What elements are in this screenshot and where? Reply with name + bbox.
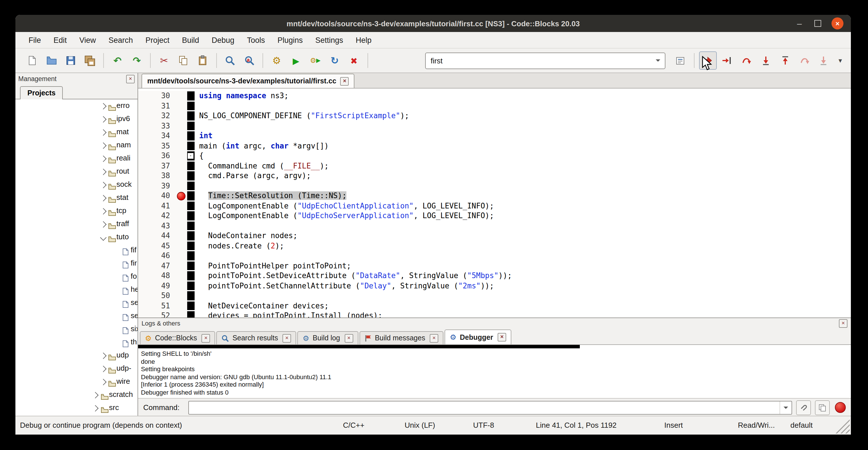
paste-button[interactable] [194, 51, 212, 70]
menu-item-debug[interactable]: Debug [206, 34, 241, 46]
tree-item-tuto[interactable]: tuto [16, 231, 137, 244]
expand-chevron-icon[interactable] [100, 143, 107, 149]
menu-item-edit[interactable]: Edit [48, 34, 73, 46]
run-button[interactable]: ▶ [287, 51, 305, 70]
code-line-39[interactable]: 39 [138, 181, 851, 191]
tree-item-reali[interactable]: reali [16, 152, 137, 165]
code-line-37[interactable]: 37 CommandLine cmd (__FILE__); [138, 161, 851, 171]
tree-item-mat[interactable]: mat [16, 126, 137, 139]
code-line-30[interactable]: 30using namespace ns3; [138, 91, 851, 101]
code-line-32[interactable]: 32NS_LOG_COMPONENT_DEFINE ("FirstScriptE… [138, 111, 851, 121]
expand-chevron-icon[interactable] [100, 103, 107, 110]
expand-chevron-icon[interactable] [100, 169, 107, 175]
next-instruction-button[interactable] [796, 51, 813, 70]
menu-item-tools[interactable]: Tools [241, 34, 271, 46]
code-line-41[interactable]: 41 LogComponentEnable ("UdpEchoClientApp… [138, 201, 851, 211]
abort-build-button[interactable]: ✖ [345, 51, 363, 70]
tree-item-se[interactable]: se [16, 296, 137, 309]
menu-item-plugins[interactable]: Plugins [271, 34, 309, 46]
code-line-45[interactable]: 45 nodes.Create (2); [138, 241, 851, 251]
find-button[interactable] [221, 51, 239, 70]
editor-tab-first-cc[interactable]: mnt/dev/tools/source/ns-3-dev/examples/t… [142, 74, 355, 88]
logs-tab-search-results[interactable]: Search results [217, 331, 297, 344]
close-icon[interactable] [345, 334, 353, 342]
expand-chevron-icon[interactable] [100, 221, 107, 228]
menu-item-settings[interactable]: Settings [309, 34, 349, 46]
expand-chevron-icon[interactable] [92, 392, 99, 399]
tree-item-udp[interactable]: udp- [16, 362, 137, 375]
project-tree[interactable]: erroipv6matnamrealiroutsockstattcptrafft… [16, 99, 137, 416]
replace-button[interactable]: a [241, 51, 258, 70]
command-attach-button[interactable] [796, 400, 811, 415]
tree-item-fif[interactable]: fif [16, 244, 137, 257]
save-all-button[interactable] [81, 51, 99, 70]
menu-item-project[interactable]: Project [139, 34, 176, 46]
expand-chevron-icon[interactable] [100, 379, 107, 386]
cut-button[interactable]: ✂ [155, 51, 173, 70]
code-line-38[interactable]: 38 cmd.Parse (argc, argv); [138, 171, 851, 181]
chevron-down-icon[interactable] [779, 401, 792, 414]
code-line-47[interactable]: 47 PointToPointHelper pointToPoint; [138, 261, 851, 271]
expand-chevron-icon[interactable] [100, 182, 107, 188]
expand-chevron-icon[interactable] [100, 156, 107, 162]
tree-item-udp[interactable]: udp [16, 349, 137, 362]
menu-item-help[interactable]: Help [349, 34, 378, 46]
undo-button[interactable]: ↶ [109, 51, 126, 70]
expand-chevron-icon[interactable] [100, 353, 107, 359]
expand-chevron-icon[interactable] [100, 366, 107, 372]
close-icon[interactable] [498, 333, 506, 341]
close-icon[interactable] [340, 77, 349, 85]
tree-item-nam[interactable]: nam [16, 139, 137, 152]
expand-chevron-icon[interactable] [100, 195, 107, 202]
tree-item-sock[interactable]: sock [16, 178, 137, 191]
tree-item-th[interactable]: th [16, 336, 137, 349]
command-copy-button[interactable] [815, 400, 830, 415]
code-line-51[interactable]: 51 NetDeviceContainer devices; [138, 301, 851, 311]
close-icon[interactable] [202, 334, 210, 342]
code-line-42[interactable]: 42 LogComponentEnable ("UdpEchoServerApp… [138, 211, 851, 221]
logs-tab-code-blocks[interactable]: ⚙Code::Blocks [140, 331, 215, 344]
expand-chevron-icon[interactable] [100, 129, 107, 136]
debug-continue-button[interactable] [699, 51, 717, 70]
redo-button[interactable]: ↷ [128, 51, 146, 70]
tree-item-fir[interactable]: fir [16, 257, 137, 270]
tree-item-src[interactable]: src [16, 401, 137, 415]
close-icon[interactable] [430, 334, 438, 342]
logs-tab-build-log[interactable]: ⚙Build log [297, 331, 358, 344]
run-to-cursor-button[interactable] [718, 51, 736, 70]
build-target-select[interactable]: first [425, 52, 665, 69]
logs-tab-build-messages[interactable]: Build messages [360, 331, 444, 344]
tree-item-he[interactable]: he [16, 283, 137, 296]
close-button[interactable] [832, 18, 843, 29]
tree-item-wire[interactable]: wire [16, 375, 137, 388]
code-line-46[interactable]: 46 [138, 251, 851, 261]
collapse-chevron-icon[interactable] [100, 234, 107, 241]
minimize-button[interactable] [797, 19, 802, 28]
code-line-34[interactable]: 34int [138, 131, 851, 141]
tree-item-fo[interactable]: fo [16, 270, 137, 283]
step-into-button[interactable] [757, 51, 775, 70]
open-file-button[interactable] [43, 51, 61, 70]
command-input[interactable] [189, 402, 779, 413]
close-icon[interactable] [282, 334, 291, 342]
debug-windows-dropdown[interactable]: ▾ [834, 57, 846, 64]
fold-marker-icon[interactable]: - [187, 152, 194, 159]
expand-chevron-icon[interactable] [100, 208, 107, 215]
save-button[interactable] [62, 51, 80, 70]
expand-chevron-icon[interactable] [100, 116, 107, 123]
menu-item-build[interactable]: Build [176, 34, 206, 46]
chevron-down-icon[interactable] [651, 57, 665, 64]
next-line-button[interactable] [738, 51, 755, 70]
code-line-43[interactable]: 43 [138, 221, 851, 231]
resize-grip[interactable] [834, 417, 850, 433]
code-line-49[interactable]: 49 pointToPoint.SetChannelAttribute ("De… [138, 281, 851, 291]
code-area[interactable]: 30using namespace ns3;3132NS_LOG_COMPONE… [138, 89, 851, 320]
select-target-button[interactable] [672, 51, 689, 70]
logs-tab-debugger[interactable]: ⚙Debugger [444, 330, 511, 344]
close-icon[interactable] [839, 319, 847, 328]
build-and-run-button[interactable]: ⚙▶ [306, 51, 324, 70]
code-line-33[interactable]: 33 [138, 121, 851, 131]
expand-chevron-icon[interactable] [92, 405, 99, 412]
maximize-button[interactable] [814, 20, 821, 27]
code-line-48[interactable]: 48 pointToPoint.SetDeviceAttribute ("Dat… [138, 271, 851, 281]
